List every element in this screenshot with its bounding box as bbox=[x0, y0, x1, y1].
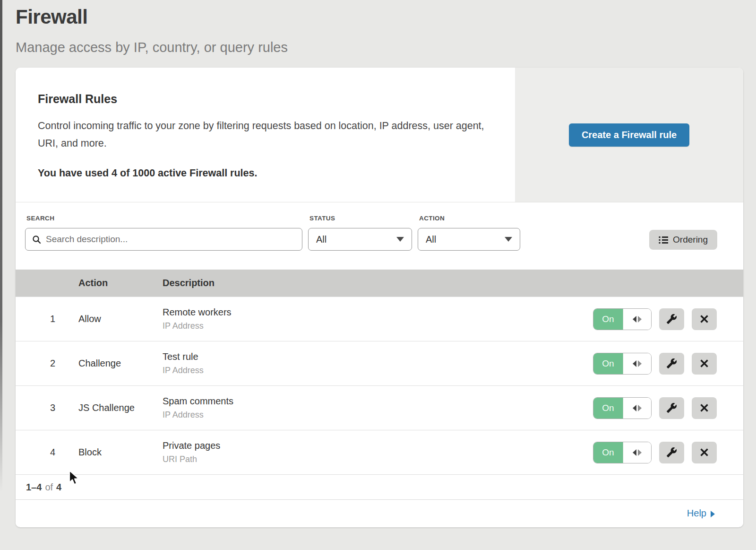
rule-enabled-toggle[interactable]: On bbox=[593, 353, 652, 375]
rule-enabled-toggle[interactable]: On bbox=[593, 397, 652, 419]
search-input[interactable] bbox=[46, 234, 295, 244]
rule-controls: On bbox=[593, 353, 743, 375]
status-select[interactable]: All bbox=[308, 228, 412, 251]
delete-rule-button[interactable] bbox=[692, 353, 717, 375]
card-title: Firewall Rules bbox=[38, 92, 487, 106]
action-label: ACTION bbox=[419, 215, 520, 222]
table-row: 1 Allow Remote workers IP Address On bbox=[16, 297, 743, 341]
chevron-down-icon bbox=[505, 237, 512, 242]
wrench-icon bbox=[666, 402, 677, 413]
rule-action: Challenge bbox=[78, 358, 163, 369]
firewall-rules-card: Firewall Rules Control incoming traffic … bbox=[16, 68, 743, 527]
toggle-arrows-icon bbox=[623, 309, 651, 330]
create-firewall-rule-button[interactable]: Create a Firewall rule bbox=[569, 123, 689, 147]
firewall-rules-intro: Firewall Rules Control incoming traffic … bbox=[16, 68, 515, 202]
page-header: Firewall Manage access by IP, country, o… bbox=[0, 0, 756, 55]
edit-rule-button[interactable] bbox=[659, 397, 684, 419]
card-top-section: Firewall Rules Control incoming traffic … bbox=[16, 68, 743, 202]
page-subtitle: Manage access by IP, country, or query r… bbox=[16, 40, 756, 55]
rule-match-type: IP Address bbox=[163, 321, 593, 331]
status-label: STATUS bbox=[309, 215, 412, 222]
rule-number: 4 bbox=[16, 447, 78, 458]
rule-controls: On bbox=[593, 308, 743, 330]
rule-description: Remote workers bbox=[163, 307, 593, 318]
pagination-of: of bbox=[45, 482, 53, 493]
usage-summary: You have used 4 of 1000 active Firewall … bbox=[38, 167, 487, 179]
rule-match-type: URI Path bbox=[163, 454, 593, 464]
rule-controls: On bbox=[593, 442, 743, 463]
rule-description-cell: Remote workers IP Address bbox=[163, 307, 593, 331]
toggle-on-label: On bbox=[593, 398, 623, 419]
status-filter-group: STATUS All bbox=[308, 215, 412, 251]
pagination-total: 4 bbox=[56, 482, 61, 493]
table-row: 2 Challenge Test rule IP Address On bbox=[16, 341, 743, 385]
edit-rule-button[interactable] bbox=[659, 353, 684, 375]
rule-enabled-toggle[interactable]: On bbox=[593, 442, 652, 463]
wrench-icon bbox=[666, 447, 677, 458]
close-icon bbox=[700, 314, 709, 323]
card-footer: Help bbox=[16, 499, 743, 527]
toggle-arrows-icon bbox=[623, 442, 651, 463]
toggle-on-label: On bbox=[593, 442, 623, 463]
rule-number: 1 bbox=[16, 314, 78, 324]
pagination-range: 1–4 bbox=[26, 482, 42, 493]
rule-action: Block bbox=[78, 447, 163, 458]
table-row: 4 Block Private pages URI Path On bbox=[16, 430, 743, 474]
wrench-icon bbox=[666, 358, 677, 369]
edit-rule-button[interactable] bbox=[659, 442, 684, 463]
rule-number: 3 bbox=[16, 402, 78, 413]
help-arrow-icon bbox=[711, 511, 715, 517]
chevron-down-icon bbox=[396, 237, 404, 242]
delete-rule-button[interactable] bbox=[692, 308, 717, 330]
rule-match-type: IP Address bbox=[163, 410, 593, 420]
search-filter-group: SEARCH bbox=[25, 215, 302, 251]
window-left-edge bbox=[0, 0, 2, 492]
rule-description-cell: Spam comments IP Address bbox=[163, 396, 593, 420]
action-filter-group: ACTION All bbox=[418, 215, 520, 251]
status-select-value: All bbox=[316, 234, 326, 245]
pagination: 1–4 of 4 bbox=[16, 474, 743, 499]
action-select-value: All bbox=[426, 234, 436, 245]
table-header: Action Description bbox=[16, 270, 743, 297]
toggle-on-label: On bbox=[593, 353, 623, 374]
rule-action: JS Challenge bbox=[78, 402, 163, 413]
close-icon bbox=[700, 359, 709, 368]
search-box[interactable] bbox=[25, 228, 302, 251]
delete-rule-button[interactable] bbox=[692, 442, 717, 463]
ordering-button[interactable]: Ordering bbox=[649, 230, 717, 250]
create-rule-panel: Create a Firewall rule bbox=[515, 68, 743, 202]
rule-number: 2 bbox=[16, 358, 78, 369]
help-link-label: Help bbox=[687, 508, 706, 519]
rule-description: Test rule bbox=[163, 351, 593, 362]
toggle-arrows-icon bbox=[623, 398, 651, 419]
rule-match-type: IP Address bbox=[163, 366, 593, 375]
search-label: SEARCH bbox=[26, 215, 302, 222]
ordering-button-label: Ordering bbox=[673, 235, 708, 245]
card-description: Control incoming traffic to your zone by… bbox=[38, 117, 487, 152]
delete-rule-button[interactable] bbox=[692, 397, 717, 419]
rule-description: Spam comments bbox=[163, 396, 593, 407]
toggle-arrows-icon bbox=[623, 353, 651, 374]
edit-rule-button[interactable] bbox=[659, 308, 684, 330]
search-icon bbox=[32, 235, 41, 244]
rule-description: Private pages bbox=[163, 440, 593, 451]
help-link[interactable]: Help bbox=[687, 508, 715, 519]
close-icon bbox=[700, 448, 709, 457]
close-icon bbox=[700, 403, 709, 412]
toggle-on-label: On bbox=[593, 309, 623, 330]
filters-bar: SEARCH STATUS All ACTION All bbox=[16, 202, 743, 270]
column-header-description: Description bbox=[163, 278, 743, 288]
table-row: 3 JS Challenge Spam comments IP Address … bbox=[16, 385, 743, 430]
rule-enabled-toggle[interactable]: On bbox=[593, 308, 652, 330]
rule-controls: On bbox=[593, 397, 743, 419]
action-select[interactable]: All bbox=[418, 228, 520, 251]
rule-description-cell: Test rule IP Address bbox=[163, 351, 593, 375]
rule-action: Allow bbox=[78, 314, 163, 324]
column-header-action: Action bbox=[78, 278, 163, 288]
page-title: Firewall bbox=[16, 6, 756, 28]
wrench-icon bbox=[666, 314, 677, 324]
ordering-icon bbox=[659, 236, 668, 244]
rule-description-cell: Private pages URI Path bbox=[163, 440, 593, 464]
